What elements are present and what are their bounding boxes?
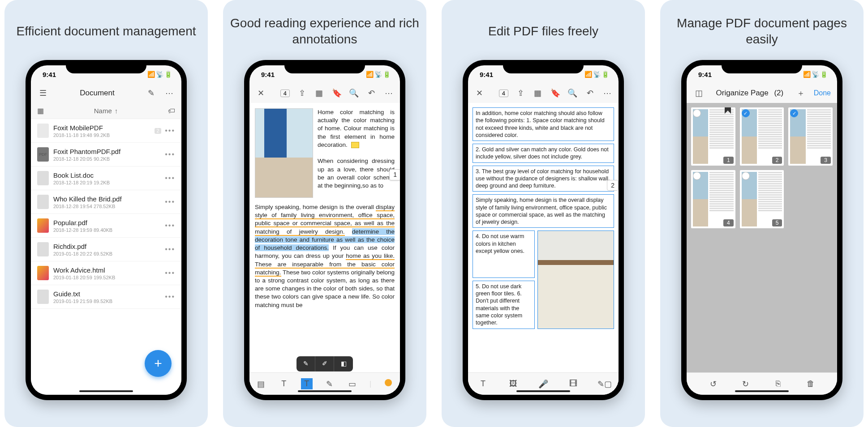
doc-more-icon[interactable]: ••• [165, 127, 175, 135]
add-page-icon[interactable]: ＋ [795, 88, 807, 98]
insert-video-icon[interactable]: 🎞 [567, 379, 579, 389]
document-row[interactable]: PDFFoxit PhantomPDF.pdf2018-12-18 20:05 … [31, 143, 181, 167]
panel-title: Edit PDF files freely [488, 13, 598, 49]
create-icon[interactable]: ✎ [146, 88, 157, 98]
bookmark-icon[interactable]: 🔖 [550, 88, 560, 98]
close-icon[interactable]: ✕ [474, 88, 485, 98]
doc-name: Foxit MobilePDF [53, 124, 150, 132]
note-annotation-icon[interactable]: ▤ [255, 379, 267, 389]
page-indicator[interactable]: 4 [280, 90, 290, 97]
header-title: Document [80, 89, 114, 98]
document-row[interactable]: Guide.txt2019-01-19 21:59 89.52KB••• [31, 285, 181, 309]
sort-bar: ▦ Name ↑ 🏷 [31, 103, 181, 119]
doc-more-icon[interactable]: ••• [165, 222, 175, 230]
page-thumbnail[interactable]: ✓3 [788, 107, 833, 166]
sort-by-name[interactable]: Name ↑ [44, 107, 168, 115]
search-icon[interactable]: 🔍 [349, 88, 359, 98]
doc-name: Who Killed the Brid.pdf [53, 195, 160, 203]
doc-meta: 2018-12-28 19:59 89.40KB [53, 227, 160, 233]
pencil-tool-icon[interactable]: ✎ [296, 356, 315, 371]
edit-image-block[interactable] [537, 231, 614, 329]
doc-more-icon[interactable]: ••• [165, 198, 175, 206]
thumbnails-icon[interactable]: ▦ [533, 88, 543, 98]
done-button[interactable]: Done [814, 89, 831, 97]
document-row[interactable]: Work Advice.html2019-01-18 20:59 199.52K… [31, 261, 181, 285]
doc-more-icon[interactable]: ••• [165, 245, 175, 253]
add-fab[interactable]: + [145, 350, 172, 377]
more-icon[interactable]: ⋯ [163, 88, 175, 98]
more-icon[interactable]: ⋯ [383, 88, 394, 98]
close-icon[interactable]: ✕ [256, 88, 266, 98]
doc-name: Richdix.pdf [53, 243, 160, 250]
doc-thumb-icon [37, 218, 49, 233]
extract-page-icon[interactable]: ⎘ [772, 379, 784, 389]
page-thumbnail[interactable]: ✓2 [740, 107, 784, 166]
edit-text-block[interactable]: 2. Gold and silver can match any color. … [473, 144, 614, 163]
doc-more-icon[interactable]: ••• [165, 293, 175, 301]
doc-more-icon[interactable]: ••• [165, 269, 175, 277]
undo-icon[interactable]: ↶ [585, 88, 595, 98]
page-number-badge: 1 [723, 157, 734, 164]
shape-annotation-icon[interactable]: ▭ [347, 379, 358, 389]
edit-text-block[interactable]: 4. Do not use warm colors in kitchen exc… [473, 231, 535, 278]
doc-meta: 2018-12-28 19:54 278.52KB [53, 204, 160, 209]
eraser-tool-icon[interactable]: ◧ [334, 356, 353, 371]
page-select-checkbox[interactable]: ✓ [742, 109, 750, 117]
article-image [255, 108, 313, 198]
insert-signature-icon[interactable]: ✎▢ [597, 379, 609, 389]
undo-icon[interactable]: ↶ [366, 88, 377, 98]
screen: 9:41 📶 📡 🔋 ◫ Origanize Page (2) ＋ Done 1… [687, 65, 837, 395]
document-row[interactable]: Who Killed the Brid.pdf2018-12-28 19:54 … [31, 190, 181, 214]
share-icon[interactable]: ⇪ [297, 88, 307, 98]
edit-text-block[interactable]: 3. The best gray level of color matching… [473, 166, 614, 192]
document-row[interactable]: Foxit MobilePDF2018-11-18 19:48 99.2KB2•… [31, 119, 181, 143]
notch [722, 60, 802, 73]
tag-icon[interactable]: 🏷 [168, 107, 175, 115]
select-all-icon[interactable]: ◫ [693, 88, 705, 98]
pen-annotation-icon[interactable]: ✎ [324, 379, 335, 389]
insert-audio-icon[interactable]: 🎤 [537, 379, 549, 389]
page-thumbnail[interactable]: 5 [740, 170, 784, 228]
status-time: 9:41 [698, 71, 712, 78]
page-thumbnail[interactable]: 4 [691, 170, 735, 228]
search-icon[interactable]: 🔍 [567, 88, 578, 98]
delete-page-icon[interactable]: 🗑 [805, 379, 816, 389]
page-thumbnail[interactable]: 1 [691, 107, 735, 166]
insert-text-icon[interactable]: T [477, 379, 489, 389]
panel-document-management: Efficient document management 9:41 📶 📡 🔋… [4, 0, 208, 427]
grid-view-icon[interactable]: ▦ [37, 107, 44, 115]
edit-content[interactable]: In addition, home color matching should … [468, 103, 619, 395]
page-select-checkbox[interactable] [693, 172, 701, 180]
page-number-badge: 3 [821, 157, 831, 164]
share-icon[interactable]: ⇪ [516, 88, 526, 98]
doc-thumb-icon: PDF [37, 147, 49, 162]
page-grid[interactable]: 1✓2✓345 [687, 103, 837, 395]
highlight-annotation-icon[interactable]: T [301, 378, 313, 389]
edit-toolbar: ✕ 4 ⇪ ▦ 🔖 🔍 ↶ ⋯ [468, 83, 619, 103]
rotate-left-icon[interactable]: ↺ [707, 379, 719, 389]
edit-text-block[interactable]: Simply speaking, home design is the over… [473, 194, 614, 228]
insert-image-icon[interactable]: 🖼 [507, 379, 519, 389]
color-picker-icon[interactable] [382, 379, 394, 389]
sticky-note-icon[interactable] [351, 142, 359, 148]
doc-more-icon[interactable]: ••• [165, 150, 175, 158]
highlighter-tool-icon[interactable]: ✐ [315, 356, 334, 371]
doc-more-icon[interactable]: ••• [165, 174, 175, 182]
page-select-checkbox[interactable] [742, 172, 750, 180]
rotate-right-icon[interactable]: ↻ [740, 379, 752, 389]
menu-icon[interactable]: ☰ [37, 88, 49, 98]
bookmark-icon[interactable]: 🔖 [331, 88, 342, 98]
page-indicator[interactable]: 4 [499, 90, 508, 97]
panel-organize: Manage PDF document pages easily 9:41 📶 … [660, 0, 864, 427]
edit-text-block[interactable]: 5. Do not use dark green floor tiles. 6.… [473, 281, 535, 329]
document-row[interactable]: Popular.pdf2018-12-28 19:59 89.40KB••• [31, 214, 181, 238]
thumbnails-icon[interactable]: ▦ [314, 88, 325, 98]
edit-text-block[interactable]: In addition, home color matching should … [473, 107, 614, 141]
document-row[interactable]: Book List.doc2018-12-18 20:19 19.2KB••• [31, 167, 181, 190]
document-row[interactable]: Richdix.pdf2019-01-18 20:22 69.52KB••• [31, 238, 181, 261]
text-annotation-icon[interactable]: T [278, 379, 290, 389]
status-icons: 📶 📡 🔋 [803, 71, 827, 78]
page-select-checkbox[interactable] [693, 109, 701, 117]
more-icon[interactable]: ⋯ [602, 88, 612, 98]
reader-content[interactable]: Home color matching is actually the colo… [249, 103, 400, 395]
